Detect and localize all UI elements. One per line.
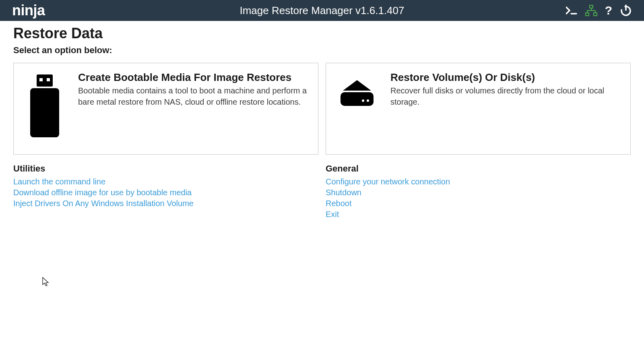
card-row: Create Bootable Media For Image Restores…: [13, 63, 631, 155]
link-shutdown[interactable]: Shutdown: [326, 187, 631, 198]
help-icon[interactable]: ?: [605, 4, 613, 17]
svg-point-16: [362, 99, 364, 102]
network-icon[interactable]: [585, 5, 597, 16]
mouse-cursor: [42, 277, 50, 287]
terminal-icon[interactable]: [566, 6, 578, 15]
titlebar: ninja Image Restore Manager v1.6.1.407 ?: [0, 0, 644, 21]
restore-volumes-card[interactable]: Restore Volume(s) Or Disk(s) Recover ful…: [326, 63, 631, 155]
card-title: Create Bootable Media For Image Restores: [78, 71, 309, 84]
card-text: Restore Volume(s) Or Disk(s) Recover ful…: [390, 71, 621, 146]
logo: ninja: [12, 3, 45, 18]
general-list: Configure your network connection Shutdo…: [326, 176, 631, 220]
svg-rect-2: [586, 13, 589, 16]
card-desc: Bootable media contains a tool to boot a…: [78, 85, 309, 107]
link-inject-drivers[interactable]: Inject Drivers On Any Windows Installati…: [13, 198, 318, 209]
svg-rect-13: [47, 78, 50, 81]
page-title: Restore Data: [13, 25, 631, 42]
svg-rect-11: [37, 74, 53, 87]
svg-rect-14: [30, 88, 59, 137]
power-icon[interactable]: [620, 4, 632, 17]
titlebar-actions: ?: [566, 4, 632, 17]
link-columns: Utilities Launch the command line Downlo…: [13, 163, 631, 220]
utilities-heading: Utilities: [13, 163, 318, 174]
link-reboot[interactable]: Reboot: [326, 198, 631, 209]
create-bootable-card[interactable]: Create Bootable Media For Image Restores…: [13, 63, 318, 155]
content: Restore Data Select an option below: Cre…: [0, 21, 644, 220]
general-column: General Configure your network connectio…: [326, 163, 631, 220]
svg-point-17: [367, 99, 369, 102]
utilities-column: Utilities Launch the command line Downlo…: [13, 163, 318, 220]
link-download-offline[interactable]: Download offline image for use by bootab…: [13, 187, 318, 198]
svg-text:?: ?: [605, 4, 612, 17]
card-title: Restore Volume(s) Or Disk(s): [390, 71, 621, 84]
svg-rect-12: [39, 78, 43, 81]
link-network-config[interactable]: Configure your network connection: [326, 176, 631, 187]
link-exit[interactable]: Exit: [326, 209, 631, 220]
card-desc: Recover full disks or volumes directly f…: [390, 85, 621, 107]
disk-icon: [335, 71, 379, 146]
link-launch-cmd[interactable]: Launch the command line: [13, 176, 318, 187]
utilities-list: Launch the command line Download offline…: [13, 176, 318, 209]
svg-rect-15: [341, 92, 374, 106]
app-title: Image Restore Manager v1.6.1.407: [239, 4, 404, 17]
page-subtitle: Select an option below:: [13, 45, 631, 56]
svg-rect-3: [594, 13, 597, 16]
svg-rect-1: [590, 5, 593, 8]
usb-icon: [23, 71, 67, 146]
general-heading: General: [326, 163, 631, 174]
card-text: Create Bootable Media For Image Restores…: [78, 71, 309, 146]
